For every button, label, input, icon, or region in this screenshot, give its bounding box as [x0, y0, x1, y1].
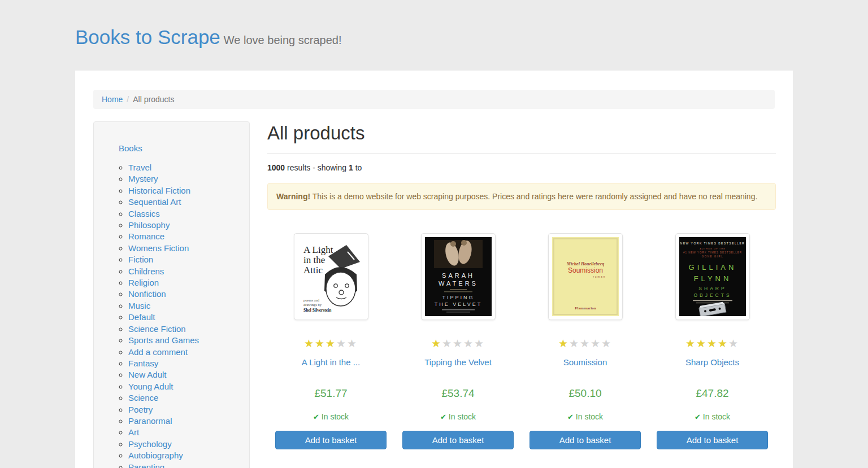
products-section: All products 1000 results - showing 1 to…	[267, 121, 776, 468]
book-cover-image-sharp-objects: NEW YORK TIMES BESTSELLER AUTHOR OF THE …	[679, 237, 746, 316]
book-cover-link[interactable]: A Light in the Attic	[294, 233, 368, 320]
check-icon: ✔	[567, 413, 574, 421]
star-empty-icon: ★	[569, 338, 580, 349]
svg-text:A Light: A Light	[303, 244, 333, 255]
availability: ✔In stock	[530, 412, 641, 421]
sidebar-item-books[interactable]: Books	[119, 143, 249, 153]
results-summary: 1000 results - showing 1 to	[267, 163, 776, 172]
sidebar-item-music: Music	[128, 300, 244, 312]
star-filled-icon: ★	[326, 338, 336, 349]
site-header: Books to ScrapeWe love being scraped!	[75, 0, 793, 71]
star-filled-icon: ★	[558, 338, 569, 349]
star-rating: ★★★★★	[275, 338, 387, 349]
product-card: A Light in the Attic	[267, 233, 394, 449]
sidebar-item-travel: Travel	[128, 162, 244, 173]
svg-text:NEW YORK TIMES BESTSELLER: NEW YORK TIMES BESTSELLER	[680, 242, 745, 245]
sidebar-item-parenting: Parenting	[128, 462, 244, 468]
svg-text:FLYNN: FLYNN	[693, 274, 731, 283]
svg-text:Flammarion: Flammarion	[575, 306, 596, 310]
star-empty-icon: ★	[453, 338, 463, 349]
book-title-link[interactable]: A Light in the ...	[275, 357, 387, 367]
warning-text: This is a demo website for web scraping …	[310, 192, 757, 201]
price: £51.77	[275, 387, 387, 400]
sidebar-item-young-adult: Young Adult	[128, 381, 244, 392]
sidebar-item-sequential-art: Sequential Art	[128, 196, 244, 208]
sidebar-item-science-fiction: Science Fiction	[128, 323, 244, 335]
svg-text:TIPPING: TIPPING	[442, 295, 474, 300]
svg-text:Shel Silverstein: Shel Silverstein	[303, 308, 332, 313]
product-grid: A Light in the Attic	[267, 233, 776, 449]
sidebar-item-mystery: Mystery	[128, 173, 244, 185]
star-empty-icon: ★	[474, 338, 485, 349]
main-container: Home/All products Books Travel Mystery H…	[75, 71, 793, 468]
sidebar-item-psychology: Psychology	[128, 439, 244, 450]
svg-text:GONE GIRL: GONE GIRL	[701, 255, 723, 258]
star-empty-icon: ★	[463, 338, 474, 349]
star-filled-icon: ★	[696, 338, 707, 349]
breadcrumb: Home/All products	[93, 90, 775, 109]
add-to-basket-button[interactable]: Add to basket	[402, 431, 514, 449]
star-rating: ★★★★★	[402, 338, 514, 349]
svg-text:OBJECTS: OBJECTS	[693, 292, 731, 298]
page-title: All products	[267, 123, 776, 144]
sidebar-item-fiction: Fiction	[128, 254, 244, 265]
svg-text:Soumission: Soumission	[567, 266, 602, 274]
sidebar-item-childrens: Childrens	[128, 266, 244, 277]
sidebar-item-default: Default	[128, 312, 244, 323]
sidebar-item-add-a-comment: Add a comment	[128, 347, 244, 358]
book-title-link[interactable]: Tipping the Velvet	[402, 357, 514, 367]
sidebar-item-poetry: Poetry	[128, 404, 244, 415]
sidebar-item-historical-fiction: Historical Fiction	[128, 185, 244, 196]
book-cover-link[interactable]: NEW YORK TIMES BESTSELLER AUTHOR OF THE …	[675, 233, 750, 320]
svg-text:drawings by: drawings by	[303, 303, 322, 307]
svg-text:in the: in the	[303, 255, 325, 265]
category-list: Travel Mystery Historical Fiction Sequen…	[94, 162, 249, 468]
sidebar-item-art: Art	[128, 427, 244, 438]
category-sidebar: Books Travel Mystery Historical Fiction …	[93, 121, 250, 468]
check-icon: ✔	[313, 413, 319, 421]
book-cover-link[interactable]: SARAH WATERS TIPPING THE VELVET	[421, 233, 496, 320]
add-to-basket-button[interactable]: Add to basket	[275, 431, 387, 449]
svg-text:Michel Houellebecq: Michel Houellebecq	[566, 261, 604, 266]
page: Books to ScrapeWe love being scraped! Ho…	[0, 0, 868, 468]
svg-text:WATERS: WATERS	[439, 280, 478, 287]
star-filled-icon: ★	[685, 338, 696, 349]
svg-text:poems and: poems and	[303, 298, 320, 302]
book-cover-image-soumission: Michel Houellebecq Soumission roman Flam…	[552, 237, 619, 316]
sidebar-item-religion: Religion	[128, 277, 244, 288]
sidebar-item-romance: Romance	[128, 231, 244, 242]
product-card: Michel Houellebecq Soumission roman Flam…	[522, 233, 649, 449]
star-filled-icon: ★	[718, 338, 728, 349]
star-rating: ★★★★★	[530, 338, 641, 349]
add-to-basket-button[interactable]: Add to basket	[657, 431, 768, 449]
add-to-basket-button[interactable]: Add to basket	[530, 431, 641, 449]
star-empty-icon: ★	[347, 338, 358, 349]
svg-text:THE VELVET: THE VELVET	[434, 301, 481, 307]
star-empty-icon: ★	[442, 338, 453, 349]
book-title-link[interactable]: Soumission	[530, 357, 641, 367]
book-title-link[interactable]: Sharp Objects	[657, 357, 768, 367]
book-cover-image-tipping-the-velvet: SARAH WATERS TIPPING THE VELVET	[425, 237, 492, 316]
sidebar-item-sports-and-games: Sports and Games	[128, 335, 244, 346]
sidebar-item-autobiography: Autobiography	[128, 450, 244, 461]
price: £53.74	[402, 387, 514, 400]
warning-label: Warning!	[276, 192, 310, 201]
breadcrumb-home-link[interactable]: Home	[102, 95, 123, 104]
breadcrumb-current: All products	[133, 95, 174, 104]
sidebar-item-fantasy: Fantasy	[128, 358, 244, 369]
book-cover-link[interactable]: Michel Houellebecq Soumission roman Flam…	[548, 233, 623, 320]
brand-link[interactable]: Books to Scrape	[75, 26, 220, 48]
sidebar-item-paranormal: Paranormal	[128, 415, 244, 427]
price: £47.82	[657, 387, 768, 400]
availability: ✔In stock	[657, 412, 768, 421]
price: £50.10	[530, 387, 641, 400]
breadcrumb-divider: /	[127, 95, 129, 104]
check-icon: ✔	[440, 413, 446, 421]
svg-text:roman: roman	[593, 275, 606, 278]
sidebar-item-nonfiction: Nonfiction	[128, 288, 244, 300]
star-filled-icon: ★	[304, 338, 315, 349]
product-card: NEW YORK TIMES BESTSELLER AUTHOR OF THE …	[649, 233, 776, 449]
availability: ✔In stock	[402, 412, 514, 421]
check-icon: ✔	[695, 413, 701, 421]
sidebar-item-new-adult: New Adult	[128, 369, 244, 380]
